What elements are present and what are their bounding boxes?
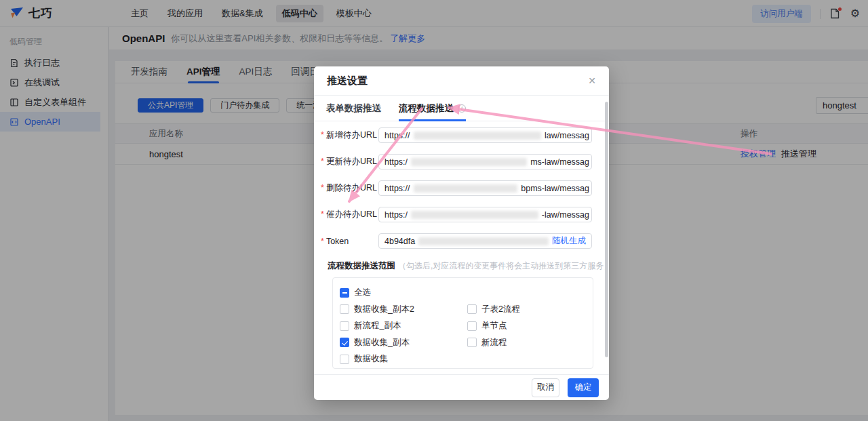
checkbox[interactable] (340, 338, 349, 347)
required-mark: * (321, 157, 324, 166)
field-label-text: 新增待办URL (326, 130, 377, 140)
option-label: 数据收集_副本2 (354, 304, 414, 315)
field-label-text: 催办待办URL (326, 209, 377, 219)
url-suffix: law/messag (545, 131, 589, 140)
update-todo-url-input[interactable]: https:/ ms-law/messag (378, 154, 592, 169)
url-prefix: https:/ (384, 157, 408, 167)
field-label-text: 更新待办URL (326, 157, 377, 166)
url-suffix: bpms-law/messag (521, 184, 589, 193)
required-mark: * (321, 237, 324, 246)
required-mark: * (321, 209, 324, 219)
modal-body: *新增待办URL https:// law/messag *更新待办URL ht… (314, 115, 609, 374)
urge-todo-url-input[interactable]: https:/ -law/messag (378, 207, 592, 222)
scope-note: （勾选后,对应流程的变更事件将会主动推送到第三方服务） (398, 260, 609, 272)
form-row-delete-todo-url: *删除待办URL https:// bpms-law/messag (321, 180, 592, 196)
option-label: 单节点 (481, 320, 507, 332)
modal-scrollbar[interactable] (605, 102, 608, 357)
url-suffix: ms-law/messag (530, 157, 589, 167)
scope-option[interactable]: 数据收集_副本 (340, 334, 467, 351)
form-row-token: *Token 4b94dfa 随机生成 (321, 233, 592, 249)
close-icon[interactable]: ✕ (588, 76, 596, 85)
select-all-checkbox[interactable] (340, 288, 349, 298)
token-value: 4b94dfa (384, 237, 415, 246)
field-label-text: 删除待办URL (326, 183, 377, 193)
delete-todo-url-input[interactable]: https:// bpms-law/messag (378, 180, 592, 196)
redacted-url-segment (411, 211, 538, 219)
scope-title: 流程数据推送范围 (328, 260, 395, 272)
scope-option[interactable]: 单节点 (467, 318, 593, 335)
url-suffix: -law/messag (542, 210, 589, 220)
modal-header: 推送设置 ✕ (314, 66, 609, 96)
field-label-text: Token (326, 237, 349, 246)
field-label: *新增待办URL (321, 129, 378, 141)
required-mark: * (321, 183, 324, 193)
field-label: *删除待办URL (321, 182, 378, 194)
info-icon[interactable]: i (458, 104, 466, 113)
scope-option[interactable]: 数据收集 (340, 351, 467, 368)
redacted-url-segment (414, 184, 518, 193)
field-label: *催办待办URL (321, 209, 378, 220)
select-all-label: 全选 (354, 287, 371, 298)
required-mark: * (321, 130, 324, 140)
form-row-urge-todo-url: *催办待办URL https:/ -law/messag (321, 207, 592, 222)
token-input[interactable]: 4b94dfa 随机生成 (378, 233, 592, 249)
scope-section-header: 流程数据推送范围 （勾选后,对应流程的变更事件将会主动推送到第三方服务） (328, 260, 592, 272)
cancel-button[interactable]: 取消 (532, 378, 559, 397)
scope-option[interactable]: 数据收集_副本2 (340, 301, 467, 318)
random-generate-link[interactable]: 随机生成 (552, 235, 586, 247)
confirm-button[interactable]: 确定 (568, 378, 599, 397)
url-prefix: https:// (384, 131, 410, 140)
option-label: 数据收集_副本 (354, 337, 410, 348)
field-label: *Token (321, 237, 378, 246)
scope-option[interactable]: 新流程 (467, 334, 593, 351)
redacted-url-segment (414, 132, 541, 140)
modal-footer: 取消 确定 (314, 374, 609, 400)
scope-option[interactable]: 新流程_副本 (340, 318, 467, 335)
url-prefix: https:/ (384, 210, 408, 220)
checkbox[interactable] (467, 321, 477, 331)
field-label: *更新待办URL (321, 156, 378, 167)
option-label: 子表2流程 (481, 304, 520, 315)
url-prefix: https:// (384, 184, 410, 193)
scope-options-grid: 数据收集_副本2 子表2流程 新流程_副本 单节点 数据收集_副本 (340, 301, 593, 367)
checkbox[interactable] (340, 355, 349, 364)
checkbox[interactable] (340, 304, 349, 314)
redacted-url-segment (411, 158, 527, 166)
checkbox[interactable] (340, 321, 349, 331)
push-settings-modal: 推送设置 ✕ 表单数据推送 流程数据推送 i *新增待办URL https://… (314, 66, 609, 400)
modal-title: 推送设置 (327, 75, 368, 87)
option-label: 新流程 (481, 337, 507, 348)
option-label: 数据收集 (354, 353, 388, 365)
form-row-create-todo-url: *新增待办URL https:// law/messag (321, 127, 592, 143)
checkbox[interactable] (467, 304, 477, 314)
scope-options-panel: 全选 数据收集_副本2 子表2流程 新流程_副本 单节点 (332, 277, 593, 369)
option-label: 新流程_副本 (354, 320, 401, 332)
checkbox[interactable] (467, 338, 477, 347)
create-todo-url-input[interactable]: https:// law/messag (378, 127, 592, 143)
select-all-option[interactable]: 全选 (340, 284, 593, 301)
scope-option[interactable]: 子表2流程 (467, 301, 593, 318)
redacted-token-segment (418, 237, 549, 245)
form-row-update-todo-url: *更新待办URL https:/ ms-law/messag (321, 154, 592, 169)
